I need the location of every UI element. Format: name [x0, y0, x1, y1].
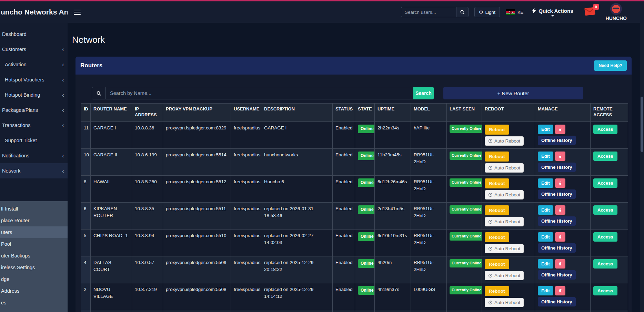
reboot-button[interactable]: Reboot — [485, 232, 509, 242]
delete-button[interactable] — [555, 232, 565, 242]
offline-history-button[interactable]: Offline History — [538, 163, 576, 172]
menu-toggle-icon[interactable] — [74, 10, 81, 15]
auto-reboot-button[interactable]: Auto Reboot — [485, 190, 524, 199]
sidebar-subitem-address[interactable]: Address — [0, 285, 68, 297]
access-button[interactable]: Access — [593, 259, 617, 269]
sidebar-item-label: Dashboard — [2, 31, 27, 37]
cell-remote-access: Access — [591, 176, 628, 203]
auto-reboot-button[interactable]: Auto Reboot — [485, 298, 524, 307]
edit-button[interactable]: Edit — [538, 232, 553, 242]
sidebar-item-hotspot-vouchers[interactable]: Hotspot Vouchers‹ — [0, 72, 68, 87]
edit-button[interactable]: Edit — [538, 125, 553, 134]
edit-button[interactable]: Edit — [538, 286, 553, 295]
edit-button[interactable]: Edit — [538, 259, 553, 269]
router-search-input[interactable] — [106, 87, 413, 99]
trash-icon — [558, 208, 562, 212]
edit-button[interactable]: Edit — [538, 152, 553, 161]
panel-title: Routers — [80, 62, 102, 69]
sidebar-item-dashboard[interactable]: Dashboard — [0, 27, 68, 42]
reboot-button[interactable]: Reboot — [485, 259, 509, 269]
sidebar-item-support-ticket[interactable]: Support Ticket — [0, 133, 68, 148]
offline-history-button[interactable]: Offline History — [538, 189, 576, 199]
reboot-button[interactable]: Reboot — [485, 125, 509, 135]
app-logo[interactable]: uncho Networks And — [0, 8, 68, 16]
reboot-button[interactable]: Reboot — [485, 286, 509, 296]
sidebar-item-label: Hotspot Vouchers — [5, 77, 44, 82]
cell-model: RB951Ui-2HnD — [411, 149, 447, 176]
user-search-button[interactable] — [456, 7, 469, 17]
reboot-button[interactable]: Reboot — [485, 205, 509, 215]
delete-button[interactable] — [555, 286, 565, 295]
table-row: 5CHIPS ROAD- 110.8.8.94proxyvpn.ispledge… — [81, 230, 628, 256]
last-seen-badge: Currently Online — [450, 259, 482, 267]
reboot-button[interactable]: Reboot — [485, 152, 509, 162]
offline-history-button[interactable]: Offline History — [538, 216, 576, 226]
sidebar-item-transactions[interactable]: Transactions‹ — [0, 118, 68, 133]
cell-reboot: Reboot Auto Reboot — [482, 176, 535, 203]
access-button[interactable]: Access — [593, 205, 617, 215]
sidebar-subitem-place-router[interactable]: place Router — [0, 215, 68, 226]
edit-button[interactable]: Edit — [538, 205, 553, 215]
auto-reboot-button[interactable]: Auto Reboot — [485, 217, 524, 226]
cell-last-seen: Currently Online — [447, 256, 482, 283]
user-menu[interactable]: HUNCHO — [606, 3, 627, 21]
sidebar-item-activation[interactable]: Activation‹ — [0, 57, 68, 72]
offline-history-button[interactable]: Offline History — [538, 297, 576, 306]
col-model: MODEL — [411, 104, 447, 122]
edit-button[interactable]: Edit — [538, 178, 553, 188]
sidebar-subitem-uters[interactable]: uters — [0, 226, 68, 238]
theme-toggle-button[interactable]: ⚙ Light — [474, 7, 500, 17]
sidebar-subitem-pool[interactable]: Pool — [0, 238, 68, 250]
col-last-seen: LAST SEEN — [447, 104, 482, 122]
cell-model: L009UiGS — [411, 310, 447, 312]
access-button[interactable]: Access — [593, 152, 617, 161]
delete-button[interactable] — [555, 178, 565, 188]
access-button[interactable]: Access — [593, 125, 617, 134]
router-search-button[interactable]: Search — [413, 87, 434, 99]
user-search-input[interactable] — [401, 7, 456, 17]
col-ip-address: IP ADDRESS — [132, 104, 163, 122]
sidebar-subitem-ireless-settings[interactable]: ireless Settings — [0, 262, 68, 273]
auto-reboot-button[interactable]: Auto Reboot — [485, 163, 524, 173]
delete-button[interactable] — [555, 125, 565, 134]
auto-reboot-button[interactable]: Auto Reboot — [485, 271, 524, 280]
sidebar-item-network[interactable]: Network‹ — [0, 163, 68, 178]
quick-actions-menu[interactable]: Quick Actions — [532, 8, 573, 17]
scrollbar[interactable] — [640, 23, 644, 312]
auto-reboot-button[interactable]: Auto Reboot — [485, 244, 524, 253]
routers-table: IDROUTER NAMEIP ADDRESSPROXY VPN BACKUPU… — [81, 103, 628, 312]
cell-remote-access: Access — [591, 122, 628, 149]
delete-button[interactable] — [555, 259, 565, 269]
notifications-button[interactable]: 0 — [585, 8, 595, 17]
access-button[interactable]: Access — [593, 178, 617, 188]
locale-switcher[interactable]: KE — [506, 9, 523, 15]
sidebar-item-packages-plans[interactable]: Packages/Plans‹ — [0, 103, 68, 118]
need-help-button[interactable]: Need Help? — [594, 60, 627, 71]
reboot-button[interactable]: Reboot — [485, 178, 509, 188]
offline-history-button[interactable]: Offline History — [538, 270, 576, 280]
sidebar-subitem-uter-backups[interactable]: uter Backups — [0, 250, 68, 262]
cell-manage: EditOffline History — [535, 122, 591, 149]
sidebar-subitem-es[interactable]: es — [0, 297, 68, 309]
chevron-left-icon: ‹ — [62, 153, 64, 159]
sidebar-subitem-lf-install[interactable]: lf Install — [0, 203, 68, 215]
router-search-group: Search — [92, 87, 434, 99]
sidebar-item-hotspot-binding[interactable]: Hotspot Binding‹ — [0, 87, 68, 103]
sidebar-subitem-dge[interactable]: dge — [0, 273, 68, 285]
routers-table-body: 11GARAGE I10.8.8.36proxyvpn.ispledger.co… — [81, 122, 628, 312]
clock-icon — [488, 139, 493, 143]
offline-history-button[interactable]: Offline History — [538, 243, 576, 253]
auto-reboot-button[interactable]: Auto Reboot — [485, 136, 524, 146]
new-router-button[interactable]: + New Router — [443, 87, 583, 99]
sidebar-item-notifications[interactable]: Notifications‹ — [0, 148, 68, 163]
delete-button[interactable] — [555, 152, 565, 161]
delete-button[interactable] — [555, 205, 565, 215]
access-button[interactable]: Access — [593, 232, 617, 242]
cell-description: hunchonetworks — [261, 149, 333, 176]
sidebar-item-customers[interactable]: Customers‹ — [0, 42, 68, 57]
col-username: USERNAME — [231, 104, 261, 122]
scrollbar-thumb[interactable] — [641, 97, 643, 152]
sidebar-subitem-tspot[interactable]: tspot — [0, 309, 68, 312]
offline-history-button[interactable]: Offline History — [538, 136, 576, 145]
access-button[interactable]: Access — [593, 286, 617, 295]
